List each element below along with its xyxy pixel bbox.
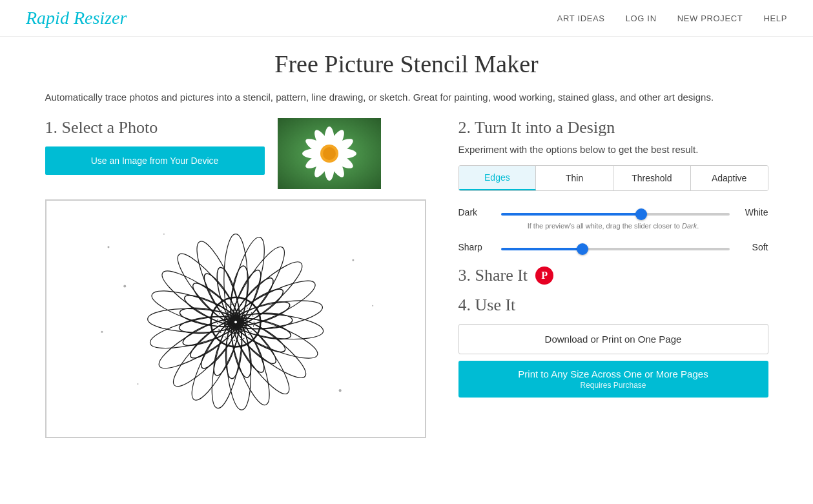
svg-point-65 [107, 246, 109, 248]
print-any-size-button[interactable]: Print to Any Size Across One or More Pag… [458, 361, 768, 398]
sharp-soft-slider[interactable] [501, 248, 730, 250]
tab-adaptive[interactable]: Adaptive [691, 166, 768, 190]
step2-heading: 2. Turn It into a Design [458, 118, 768, 137]
step4-heading: 4. Use It [458, 296, 768, 315]
step1-block: 1. Select a Photo Use an Image from Your… [45, 118, 265, 175]
sharp-label: Sharp [458, 242, 492, 252]
main-content: Free Picture Stencil Maker Automatically… [19, 37, 794, 464]
tab-edges[interactable]: Edges [459, 166, 537, 190]
step3-block: 3. Share It P [458, 266, 768, 285]
dark-white-slider[interactable] [501, 213, 730, 216]
nav-links: ART IDEAS LOG IN NEW PROJECT HELP [557, 14, 787, 23]
step3-heading: 3. Share It [458, 266, 528, 285]
experiment-text: Experiment with the options below to get… [458, 144, 768, 155]
logo[interactable]: Rapid Resizer [26, 8, 127, 28]
dark-slider-hint: If the preview's all white, drag the sli… [458, 222, 768, 230]
right-column: 2. Turn It into a Design Experiment with… [458, 118, 768, 398]
svg-point-15 [323, 147, 336, 160]
svg-point-66 [163, 234, 164, 235]
tab-thin[interactable]: Thin [536, 166, 613, 190]
art-ideas-link[interactable]: ART IDEAS [557, 14, 605, 23]
sharp-slider-row: Sharp Soft [458, 241, 768, 253]
navigation: Rapid Resizer ART IDEAS LOG IN NEW PROJE… [0, 0, 813, 37]
pinterest-button[interactable]: P [535, 267, 553, 285]
two-column-layout: 1. Select a Photo Use an Image from Your… [45, 118, 768, 438]
print-btn-sub-text: Requires Purchase [468, 381, 759, 394]
dark-label: Dark [458, 207, 492, 217]
left-column: 1. Select a Photo Use an Image from Your… [45, 118, 439, 438]
step1-heading: 1. Select a Photo [45, 118, 265, 137]
print-btn-main-text: Print to Any Size Across One or More Pag… [468, 368, 759, 379]
download-print-button[interactable]: Download or Print on One Page [458, 324, 768, 354]
design-tabs: Edges Thin Threshold Adaptive [458, 165, 768, 191]
svg-point-72 [338, 389, 341, 392]
new-project-link[interactable]: NEW PROJECT [677, 14, 743, 23]
page-title: Free Picture Stencil Maker [45, 50, 768, 78]
svg-point-69 [137, 383, 138, 385]
svg-point-71 [372, 305, 373, 307]
photo-thumbnail [278, 118, 381, 189]
sharp-slider-wrapper [501, 241, 730, 253]
white-label: White [739, 207, 768, 217]
stencil-preview [45, 199, 426, 438]
svg-point-67 [123, 285, 126, 287]
svg-point-70 [352, 259, 354, 261]
soft-label: Soft [739, 242, 768, 252]
help-link[interactable]: HELP [763, 14, 787, 23]
log-in-link[interactable]: LOG IN [626, 14, 657, 23]
svg-point-68 [101, 331, 103, 333]
dark-slider-wrapper [501, 207, 730, 218]
share-row: 3. Share It P [458, 266, 768, 285]
dark-slider-row: Dark White [458, 207, 768, 218]
select-photo-row: 1. Select a Photo Use an Image from Your… [45, 118, 439, 189]
step4-block: 4. Use It Download or Print on One Page … [458, 296, 768, 398]
upload-image-button[interactable]: Use an Image from Your Device [45, 146, 265, 175]
tab-threshold[interactable]: Threshold [613, 166, 691, 190]
page-description: Automatically trace photos and pictures … [45, 90, 768, 105]
